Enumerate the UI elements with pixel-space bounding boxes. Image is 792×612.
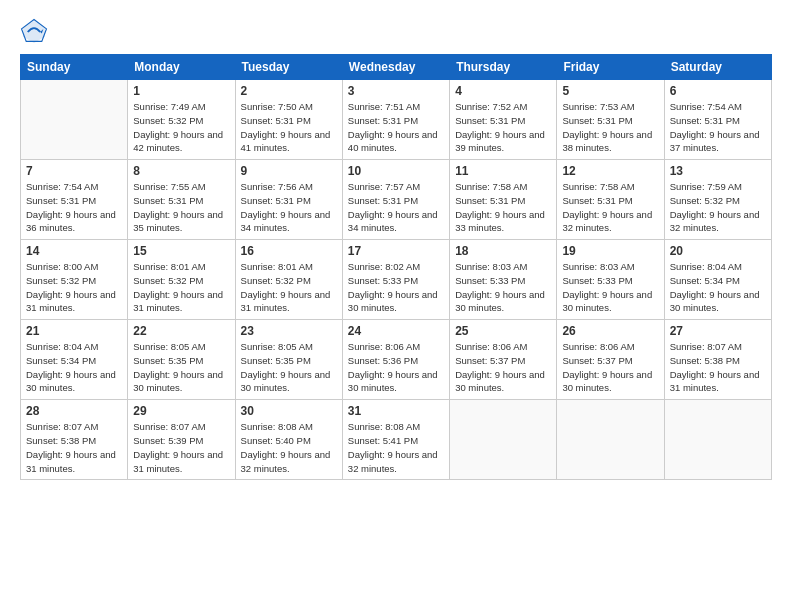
calendar-cell: 6Sunrise: 7:54 AMSunset: 5:31 PMDaylight… (664, 80, 771, 160)
calendar-cell: 13Sunrise: 7:59 AMSunset: 5:32 PMDayligh… (664, 160, 771, 240)
calendar-cell (557, 400, 664, 480)
day-number: 22 (133, 324, 229, 338)
calendar-cell: 28Sunrise: 8:07 AMSunset: 5:38 PMDayligh… (21, 400, 128, 480)
calendar-week-row: 1Sunrise: 7:49 AMSunset: 5:32 PMDaylight… (21, 80, 772, 160)
day-number: 6 (670, 84, 766, 98)
calendar-weekday-friday: Friday (557, 55, 664, 80)
calendar-cell: 5Sunrise: 7:53 AMSunset: 5:31 PMDaylight… (557, 80, 664, 160)
calendar-cell: 19Sunrise: 8:03 AMSunset: 5:33 PMDayligh… (557, 240, 664, 320)
calendar-cell: 15Sunrise: 8:01 AMSunset: 5:32 PMDayligh… (128, 240, 235, 320)
calendar-weekday-monday: Monday (128, 55, 235, 80)
day-info: Sunrise: 8:03 AMSunset: 5:33 PMDaylight:… (455, 260, 551, 315)
day-info: Sunrise: 7:52 AMSunset: 5:31 PMDaylight:… (455, 100, 551, 155)
day-number: 7 (26, 164, 122, 178)
calendar-cell: 21Sunrise: 8:04 AMSunset: 5:34 PMDayligh… (21, 320, 128, 400)
day-number: 15 (133, 244, 229, 258)
day-number: 30 (241, 404, 337, 418)
day-number: 23 (241, 324, 337, 338)
calendar-cell (21, 80, 128, 160)
calendar-week-row: 21Sunrise: 8:04 AMSunset: 5:34 PMDayligh… (21, 320, 772, 400)
day-number: 12 (562, 164, 658, 178)
day-number: 29 (133, 404, 229, 418)
calendar-cell: 18Sunrise: 8:03 AMSunset: 5:33 PMDayligh… (450, 240, 557, 320)
day-info: Sunrise: 7:53 AMSunset: 5:31 PMDaylight:… (562, 100, 658, 155)
day-info: Sunrise: 7:59 AMSunset: 5:32 PMDaylight:… (670, 180, 766, 235)
calendar-weekday-saturday: Saturday (664, 55, 771, 80)
day-number: 8 (133, 164, 229, 178)
day-info: Sunrise: 7:58 AMSunset: 5:31 PMDaylight:… (562, 180, 658, 235)
day-info: Sunrise: 8:01 AMSunset: 5:32 PMDaylight:… (133, 260, 229, 315)
calendar-weekday-tuesday: Tuesday (235, 55, 342, 80)
calendar-cell: 9Sunrise: 7:56 AMSunset: 5:31 PMDaylight… (235, 160, 342, 240)
calendar-cell: 16Sunrise: 8:01 AMSunset: 5:32 PMDayligh… (235, 240, 342, 320)
calendar-header-row: SundayMondayTuesdayWednesdayThursdayFrid… (21, 55, 772, 80)
day-number: 3 (348, 84, 444, 98)
day-number: 26 (562, 324, 658, 338)
calendar-weekday-sunday: Sunday (21, 55, 128, 80)
day-info: Sunrise: 7:55 AMSunset: 5:31 PMDaylight:… (133, 180, 229, 235)
logo (20, 18, 52, 46)
calendar-cell: 11Sunrise: 7:58 AMSunset: 5:31 PMDayligh… (450, 160, 557, 240)
day-info: Sunrise: 8:07 AMSunset: 5:38 PMDaylight:… (26, 420, 122, 475)
day-info: Sunrise: 7:49 AMSunset: 5:32 PMDaylight:… (133, 100, 229, 155)
day-number: 2 (241, 84, 337, 98)
day-number: 27 (670, 324, 766, 338)
day-number: 16 (241, 244, 337, 258)
day-number: 13 (670, 164, 766, 178)
calendar-cell (450, 400, 557, 480)
day-info: Sunrise: 7:51 AMSunset: 5:31 PMDaylight:… (348, 100, 444, 155)
calendar-cell: 1Sunrise: 7:49 AMSunset: 5:32 PMDaylight… (128, 80, 235, 160)
calendar-cell: 24Sunrise: 8:06 AMSunset: 5:36 PMDayligh… (342, 320, 449, 400)
day-info: Sunrise: 7:54 AMSunset: 5:31 PMDaylight:… (670, 100, 766, 155)
day-number: 4 (455, 84, 551, 98)
day-info: Sunrise: 8:04 AMSunset: 5:34 PMDaylight:… (670, 260, 766, 315)
day-info: Sunrise: 8:02 AMSunset: 5:33 PMDaylight:… (348, 260, 444, 315)
day-info: Sunrise: 8:06 AMSunset: 5:36 PMDaylight:… (348, 340, 444, 395)
calendar-cell: 7Sunrise: 7:54 AMSunset: 5:31 PMDaylight… (21, 160, 128, 240)
day-number: 20 (670, 244, 766, 258)
calendar-cell: 3Sunrise: 7:51 AMSunset: 5:31 PMDaylight… (342, 80, 449, 160)
day-number: 14 (26, 244, 122, 258)
calendar-cell: 27Sunrise: 8:07 AMSunset: 5:38 PMDayligh… (664, 320, 771, 400)
day-info: Sunrise: 8:03 AMSunset: 5:33 PMDaylight:… (562, 260, 658, 315)
calendar-table: SundayMondayTuesdayWednesdayThursdayFrid… (20, 54, 772, 480)
calendar-weekday-wednesday: Wednesday (342, 55, 449, 80)
day-info: Sunrise: 8:00 AMSunset: 5:32 PMDaylight:… (26, 260, 122, 315)
calendar-cell: 8Sunrise: 7:55 AMSunset: 5:31 PMDaylight… (128, 160, 235, 240)
calendar-week-row: 28Sunrise: 8:07 AMSunset: 5:38 PMDayligh… (21, 400, 772, 480)
calendar-cell: 14Sunrise: 8:00 AMSunset: 5:32 PMDayligh… (21, 240, 128, 320)
day-info: Sunrise: 8:06 AMSunset: 5:37 PMDaylight:… (562, 340, 658, 395)
day-info: Sunrise: 8:07 AMSunset: 5:39 PMDaylight:… (133, 420, 229, 475)
day-info: Sunrise: 8:08 AMSunset: 5:40 PMDaylight:… (241, 420, 337, 475)
calendar-cell: 23Sunrise: 8:05 AMSunset: 5:35 PMDayligh… (235, 320, 342, 400)
day-info: Sunrise: 8:05 AMSunset: 5:35 PMDaylight:… (241, 340, 337, 395)
day-info: Sunrise: 8:07 AMSunset: 5:38 PMDaylight:… (670, 340, 766, 395)
calendar-cell: 10Sunrise: 7:57 AMSunset: 5:31 PMDayligh… (342, 160, 449, 240)
calendar-cell: 25Sunrise: 8:06 AMSunset: 5:37 PMDayligh… (450, 320, 557, 400)
day-number: 17 (348, 244, 444, 258)
day-info: Sunrise: 7:54 AMSunset: 5:31 PMDaylight:… (26, 180, 122, 235)
day-number: 21 (26, 324, 122, 338)
day-number: 5 (562, 84, 658, 98)
calendar-cell: 4Sunrise: 7:52 AMSunset: 5:31 PMDaylight… (450, 80, 557, 160)
day-number: 9 (241, 164, 337, 178)
calendar-week-row: 14Sunrise: 8:00 AMSunset: 5:32 PMDayligh… (21, 240, 772, 320)
day-info: Sunrise: 7:58 AMSunset: 5:31 PMDaylight:… (455, 180, 551, 235)
day-number: 18 (455, 244, 551, 258)
logo-icon (20, 18, 48, 46)
day-info: Sunrise: 8:06 AMSunset: 5:37 PMDaylight:… (455, 340, 551, 395)
day-info: Sunrise: 8:01 AMSunset: 5:32 PMDaylight:… (241, 260, 337, 315)
calendar-cell: 30Sunrise: 8:08 AMSunset: 5:40 PMDayligh… (235, 400, 342, 480)
day-info: Sunrise: 7:50 AMSunset: 5:31 PMDaylight:… (241, 100, 337, 155)
calendar-cell: 20Sunrise: 8:04 AMSunset: 5:34 PMDayligh… (664, 240, 771, 320)
calendar-week-row: 7Sunrise: 7:54 AMSunset: 5:31 PMDaylight… (21, 160, 772, 240)
day-number: 19 (562, 244, 658, 258)
header (20, 18, 772, 46)
day-info: Sunrise: 8:04 AMSunset: 5:34 PMDaylight:… (26, 340, 122, 395)
calendar-cell: 22Sunrise: 8:05 AMSunset: 5:35 PMDayligh… (128, 320, 235, 400)
day-info: Sunrise: 7:57 AMSunset: 5:31 PMDaylight:… (348, 180, 444, 235)
day-number: 11 (455, 164, 551, 178)
calendar-cell: 31Sunrise: 8:08 AMSunset: 5:41 PMDayligh… (342, 400, 449, 480)
calendar-cell (664, 400, 771, 480)
day-number: 28 (26, 404, 122, 418)
